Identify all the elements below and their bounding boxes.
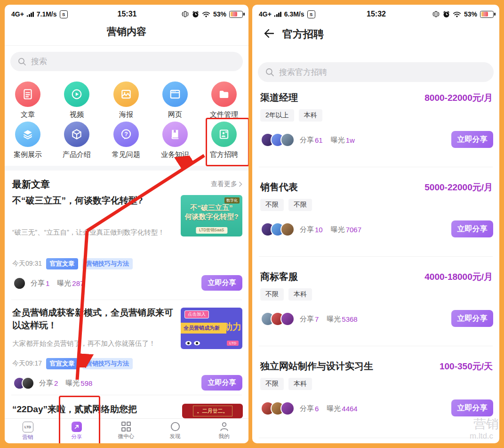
tab-share[interactable]: 分享 <box>59 422 94 440</box>
book-icon <box>169 128 181 140</box>
article-badge-topic: 营销技巧与方法 <box>82 358 133 369</box>
job-tags: 不限 本科 <box>260 288 312 301</box>
article-date: 今天09:17 <box>12 359 42 368</box>
job-tags: 2年以上 本科 <box>260 109 322 122</box>
search-placeholder: 搜索官方招聘 <box>279 67 327 78</box>
vibrate-icon <box>181 11 189 17</box>
grid-item-products[interactable]: 产品介绍 <box>54 122 99 159</box>
share-now-button[interactable]: 立即分享 <box>451 399 493 416</box>
job-salary: 8000-22000元/月 <box>424 92 493 104</box>
job-salary: 5000-22000元/月 <box>424 181 493 194</box>
article-thumbnail[interactable]: 数字化 不“破三立五” 何谈数字化转型? LTD营销SaaS <box>181 195 242 236</box>
avatar <box>280 133 295 147</box>
thumb-brand-pill: LTD营销SaaS <box>196 227 227 234</box>
thumb-badge: 数字化 <box>224 197 240 204</box>
battery-percent: 53% <box>464 10 477 18</box>
avatar <box>280 312 295 326</box>
search-icon <box>18 57 26 66</box>
watermark: m.ltd.c <box>470 432 493 441</box>
alarm-icon <box>192 11 199 18</box>
grid-item-videos[interactable]: 视频 <box>54 81 99 119</box>
article-thumbnail[interactable]: 点击加入 全员营销成为新 助力 LTD <box>181 308 242 349</box>
article-title[interactable]: 不“破三立五”，何谈数字化转型? <box>12 194 178 207</box>
cube-icon <box>71 128 83 140</box>
grid-item-posters[interactable]: 海报 <box>104 81 149 119</box>
share-now-button[interactable]: 立即分享 <box>451 310 493 327</box>
compass-icon <box>170 422 180 432</box>
job-share-stats: 分享6 曝光4464 <box>261 401 358 415</box>
back-button[interactable] <box>262 27 275 41</box>
search-placeholder: 搜索 <box>31 56 47 67</box>
list-divider <box>259 256 493 257</box>
see-more-link[interactable]: 查看更多 <box>211 180 242 188</box>
ltd-logo-icon: LTD <box>23 422 33 432</box>
article-title[interactable]: 全员营销成获客新模式，全员营销原来可以这样玩！ <box>12 306 178 332</box>
article-meta: 今天09:17 官宣文章 营销技巧与方法 <box>12 358 133 369</box>
list-divider <box>259 167 493 167</box>
image-icon <box>120 88 132 100</box>
article-share-stats: 分享1 曝光287 <box>13 277 84 290</box>
share-arrow-icon <box>73 424 80 430</box>
article-badge-topic: 营销技巧与方法 <box>82 258 133 269</box>
grid-item-articles[interactable]: 文章 <box>5 81 50 119</box>
grid-item-cases[interactable]: 案例展示 <box>5 122 50 159</box>
avatar <box>280 401 295 415</box>
battery-percent: 53% <box>213 10 226 18</box>
article-title[interactable]: “22Day”来啦，贰贰网络助您把 <box>12 403 178 415</box>
page-title: 官方招聘 <box>282 27 324 41</box>
alarm-icon <box>443 11 450 18</box>
left-status-bar: 4G+ 7.1M/s S 15:31 53% <box>11 8 243 20</box>
id-badge-icon <box>218 128 230 140</box>
watermark: 营销S <box>473 415 499 432</box>
grid-item-knowledge[interactable]: 业务知识 <box>152 122 198 159</box>
list-divider <box>259 346 493 346</box>
job-tags: 不限 本科 <box>260 378 312 390</box>
share-now-button[interactable]: 立即分享 <box>201 275 242 291</box>
article-meta: 今天09:31 官宣文章 营销技巧与方法 <box>12 258 133 269</box>
right-status-bar: 4G+ 6.3M/s S 15:32 53% <box>259 8 494 20</box>
share-now-button[interactable]: 立即分享 <box>451 220 493 237</box>
section-title: 最新文章 <box>12 178 50 191</box>
tab-discover[interactable]: 发现 <box>158 422 192 440</box>
grid-item-files[interactable]: 文件管理 <box>201 81 247 119</box>
wifi-icon <box>453 11 461 17</box>
layers-icon <box>22 128 34 140</box>
article-summary: “破三无”、“立五自”，让企业真正做到数字化转型！ <box>12 227 178 237</box>
list-divider <box>11 300 242 300</box>
search-input[interactable]: 搜索 <box>10 52 243 71</box>
article-share-stats: 分享2 曝光598 <box>13 377 92 390</box>
section-separator <box>5 166 248 171</box>
article-date: 今天09:31 <box>12 260 42 268</box>
avatar <box>280 222 295 236</box>
grid-item-webpages[interactable]: 网页 <box>152 81 198 119</box>
grid-item-recruiting[interactable]: 官方招聘 <box>201 122 247 159</box>
tab-me[interactable]: 我的 <box>207 422 241 440</box>
job-salary: 4000-18000元/月 <box>424 271 493 283</box>
thumb-brand-pill: LTD <box>227 341 239 346</box>
tab-marketing[interactable]: LTD 营销 <box>10 422 45 441</box>
tab-bar: LTD 营销 分享 微中心 发现 我的 <box>5 418 248 443</box>
thumb-eyes-decor <box>185 341 200 345</box>
vibrate-icon <box>432 11 440 17</box>
video-play-icon <box>71 88 83 100</box>
share-now-button[interactable]: 立即分享 <box>451 131 493 148</box>
job-salary: 100-350元/天 <box>440 360 493 373</box>
document-icon <box>22 88 34 100</box>
tab-microcenter[interactable]: 微中心 <box>109 422 144 440</box>
back-arrow-icon <box>262 27 275 40</box>
job-share-stats: 分享7 曝光5368 <box>261 312 358 326</box>
article-badge-official: 官宣文章 <box>46 358 78 369</box>
share-now-button[interactable]: 立即分享 <box>201 375 242 391</box>
search-input[interactable]: 搜索官方招聘 <box>258 62 494 82</box>
list-divider <box>259 438 493 438</box>
svg-text:?: ? <box>124 131 128 138</box>
folder-icon <box>218 88 230 100</box>
right-phone-screenshot: 4G+ 6.3M/s S 15:32 53% 官方招聘 搜索官方招聘 渠道经理 … <box>252 5 499 443</box>
article-summary: 大家都开始全员营销了，再不加入你就落伍了！ <box>12 338 178 349</box>
article-thumbnail[interactable]: 。二月廿二。 <box>182 404 243 418</box>
job-share-stats: 分享10 曝光7067 <box>261 222 361 236</box>
screenshot-canvas: { "colors":{"frame_orange":"#F7A53F","ac… <box>0 0 504 448</box>
battery-icon <box>229 11 243 18</box>
page-title: 营销内容 <box>5 25 248 38</box>
grid-item-faq[interactable]: ? 常见问题 <box>104 122 149 159</box>
